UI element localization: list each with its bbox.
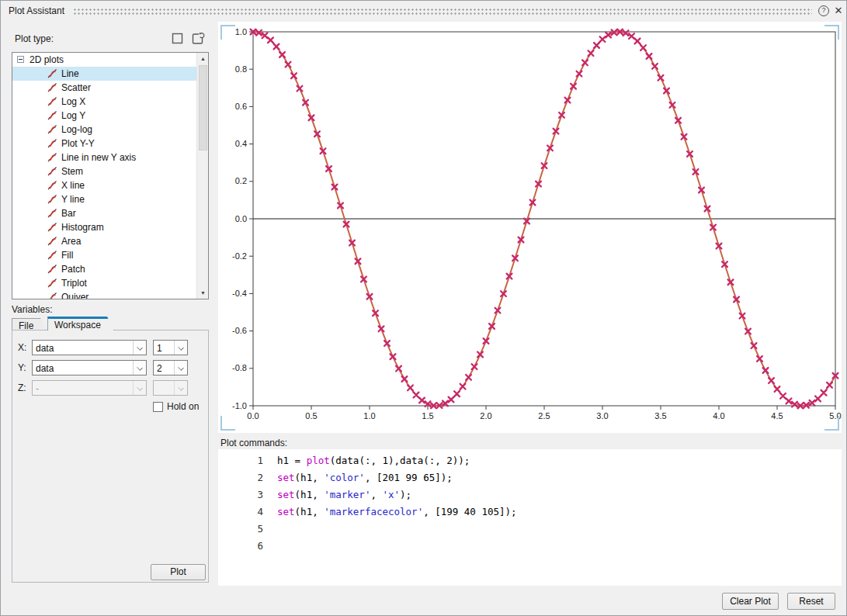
line-number: 3 [240, 486, 263, 504]
x-column-combobox[interactable]: 1 [153, 340, 188, 355]
tree-item-bar[interactable]: Bar [12, 206, 208, 220]
x-column-dropdown-button[interactable] [174, 341, 187, 355]
code-segment: set [277, 489, 295, 500]
tree-item-quiver[interactable]: Quiver [12, 290, 208, 299]
x-variable-combobox[interactable]: data [32, 340, 147, 355]
code-segment: (h1, [295, 489, 325, 500]
tree-item-label: Triplot [61, 278, 87, 289]
plot-type-icon [47, 208, 58, 219]
y-variable-combobox[interactable]: data [32, 360, 147, 375]
code-segment: set [277, 506, 295, 517]
tree-scrollbar[interactable]: ▲ ▼ [196, 53, 208, 299]
x-field-label: X: [18, 342, 26, 353]
title-bar: Plot Assistant ? ✕ [1, 1, 846, 21]
code-segment: set [277, 472, 295, 483]
tree-item-stem[interactable]: Stem [12, 164, 208, 178]
drag-handle-dots[interactable] [73, 8, 812, 15]
scrollbar-down-icon[interactable]: ▼ [197, 287, 209, 299]
tree-item-scatter[interactable]: Scatter [12, 81, 208, 95]
z-column-combobox [153, 380, 188, 396]
tree-item-fill[interactable]: Fill [12, 248, 208, 262]
x-variable-dropdown-button[interactable] [133, 341, 146, 355]
x-marker [780, 393, 786, 399]
code-line[interactable]: 1h1 = plot(data(:, 1),data(:, 2)); [218, 452, 842, 469]
tree-item-log-log[interactable]: Log-log [12, 123, 208, 137]
x-marker [594, 43, 599, 48]
line-chart[interactable]: 0.00.51.01.52.02.53.03.54.04.55.01.00.80… [218, 22, 842, 433]
code-line[interactable]: 2set(h1, 'color', [201 99 65]); [218, 469, 842, 486]
plot-type-tree: 2D plotsLineScatterLog XLog YLog-logPlot… [12, 52, 209, 299]
code-segment: (data(:, 1),data(:, 2)); [330, 455, 470, 466]
hold-on-option: Hold on [153, 401, 199, 412]
line-number: 6 [240, 538, 263, 555]
tree-item-label: Histogram [61, 222, 104, 233]
tree-item-x-line[interactable]: X line [12, 178, 208, 192]
refresh-icon[interactable] [191, 31, 205, 45]
tree-item-log-x[interactable]: Log X [12, 95, 208, 109]
tree-item-label: Patch [61, 264, 85, 275]
hold-on-checkbox[interactable] [153, 402, 163, 412]
x-tick-label: 1.0 [363, 411, 375, 420]
x-marker [815, 396, 821, 402]
x-marker [466, 375, 471, 380]
tree-item-histogram[interactable]: Histogram [12, 220, 208, 234]
x-marker [402, 376, 408, 382]
line-number: 4 [240, 504, 263, 521]
x-marker [635, 39, 640, 44]
collapse-icon[interactable] [17, 56, 24, 63]
y-column-dropdown-button[interactable] [174, 361, 187, 375]
square-icon[interactable] [171, 31, 185, 45]
help-icon[interactable]: ? [818, 5, 829, 16]
tree-item-label: Area [61, 236, 81, 247]
x-tick-label: 3.0 [596, 411, 608, 420]
x-marker [396, 366, 401, 372]
code-line[interactable]: 6 [218, 538, 842, 555]
x-marker [606, 33, 611, 38]
y-variable-dropdown-button[interactable] [133, 361, 146, 375]
y-tick-label: -1.0 [232, 401, 247, 410]
tree-item-triplot[interactable]: Triplot [12, 276, 208, 290]
x-tick-label: 0.0 [247, 411, 259, 420]
chevron-down-icon [137, 344, 143, 351]
code-line[interactable]: 5 [218, 521, 842, 538]
plot-type-label: Plot type: [15, 33, 54, 44]
y-column-combobox[interactable]: 2 [153, 360, 188, 375]
x-marker [600, 36, 606, 42]
tree-item-label: Y line [61, 194, 85, 205]
tree-item-plot-y-y[interactable]: Plot Y-Y [12, 137, 208, 151]
code-line[interactable]: 3set(h1, 'marker', 'x'); [218, 486, 842, 504]
y-tick-label: 0.0 [235, 214, 247, 223]
tree-item-patch[interactable]: Patch [12, 262, 208, 276]
reset-button[interactable]: Reset [787, 593, 835, 610]
x-variable-value: data [36, 343, 130, 354]
tree-item-label: Scatter [61, 82, 91, 93]
plot-type-icon [47, 82, 58, 93]
close-icon[interactable]: ✕ [833, 5, 844, 17]
scrollbar-up-icon[interactable]: ▲ [197, 53, 209, 64]
tree-item-y-line[interactable]: Y line [12, 192, 208, 206]
tree-item-2d-plots[interactable]: 2D plots [12, 53, 208, 67]
tab-file[interactable]: File [12, 318, 47, 330]
x-tick-label: 3.5 [654, 411, 666, 420]
x-marker [810, 400, 815, 406]
tab-workspace[interactable]: Workspace [47, 317, 114, 330]
clear-plot-button[interactable]: Clear Plot [722, 593, 779, 610]
tree-item-line[interactable]: Line [12, 67, 208, 81]
plot-button[interactable]: Plot [151, 564, 206, 580]
y-tick-label: 0.8 [235, 64, 247, 74]
tree-item-line-in-new-y-axis[interactable]: Line in new Y axis [12, 151, 208, 164]
x-marker [291, 73, 297, 78]
code-segment: 'color' [324, 472, 365, 483]
z-variable-value: - [36, 383, 130, 394]
x-marker [460, 384, 466, 389]
tree-item-area[interactable]: Area [12, 234, 208, 248]
tree-item-log-y[interactable]: Log Y [12, 109, 208, 123]
plot-canvas[interactable]: 0.00.51.01.52.02.53.03.54.04.55.01.00.80… [218, 22, 842, 433]
x-marker [588, 50, 594, 56]
x-marker [262, 33, 268, 38]
y-column-value: 2 [157, 363, 172, 374]
x-tick-label: 5.0 [829, 411, 841, 420]
scrollbar-thumb[interactable] [199, 65, 207, 151]
plot-commands-editor[interactable]: 1h1 = plot(data(:, 1),data(:, 2));2set(h… [218, 449, 842, 586]
code-line[interactable]: 4set(h1, 'markerfacecolor', [199 40 105]… [218, 504, 842, 521]
